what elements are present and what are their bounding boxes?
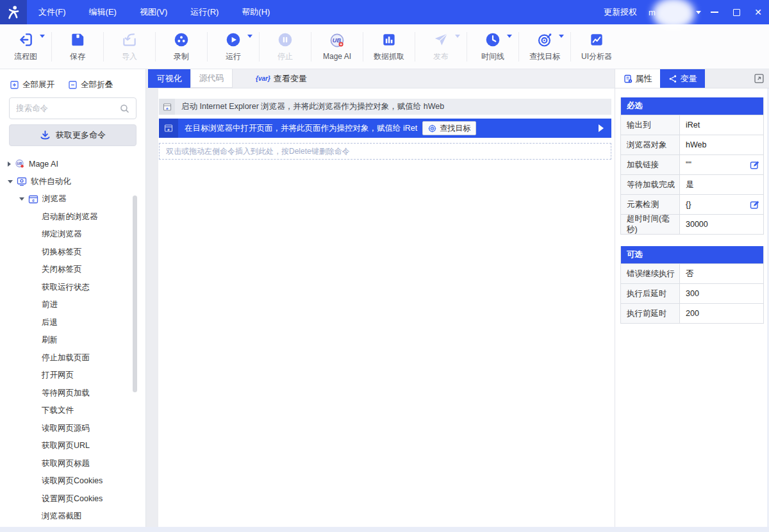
tree-item-read-cookies[interactable]: 读取网页Cookies	[0, 472, 145, 490]
toolbar-label: 流程图	[14, 51, 37, 62]
tab-visual[interactable]: 可视化	[148, 69, 190, 88]
toolbar-find-target-button[interactable]: 查找目标	[519, 27, 570, 67]
toolbar-record-button[interactable]: 录制	[156, 27, 207, 67]
expand-all-label: 全部展开	[22, 79, 54, 90]
maximize-button[interactable]	[725, 0, 747, 24]
toolbar-ui-analyzer-button[interactable]: UI分析器	[571, 27, 622, 67]
property-label: 浏览器对象	[621, 135, 680, 154]
property-value-field[interactable]: 200	[680, 304, 763, 323]
close-button[interactable]: ✕	[747, 0, 769, 24]
chevron-down-icon[interactable]	[507, 35, 512, 38]
tree-item-close-tab[interactable]: 关闭标签页	[0, 261, 145, 279]
edit-icon[interactable]	[750, 160, 759, 170]
property-value-field[interactable]: 300	[680, 284, 763, 303]
tree-item-wait-page-load[interactable]: 等待网页加载	[0, 385, 145, 403]
view-variables-button[interactable]: {var} 查看变量	[256, 69, 307, 88]
popout-button[interactable]	[754, 74, 764, 83]
property-value-field[interactable]: iRet	[680, 115, 763, 135]
property-value: iRet	[686, 121, 700, 129]
user-account-menu[interactable]: m	[649, 0, 704, 24]
software-automation-icon	[17, 176, 27, 187]
toolbar-flowchart-button[interactable]: 流程图	[0, 27, 51, 67]
tree-item-open-webpage[interactable]: 打开网页	[0, 367, 145, 385]
command-search-box	[9, 97, 136, 119]
tree-item-get-page-title[interactable]: 获取网页标题	[0, 455, 145, 473]
tree-node-software-automation[interactable]: 软件自动化	[0, 173, 145, 191]
expand-all-button[interactable]: 全部展开	[10, 79, 54, 90]
property-label: 等待加载完成	[621, 175, 680, 194]
edit-icon[interactable]	[750, 200, 759, 210]
menu-help[interactable]: 帮助(H)	[230, 0, 281, 24]
command-row-launch-ie[interactable]: e 启动 Internet Explorer 浏览器，并将此浏览器作为操控对象，…	[159, 99, 611, 115]
browser-icon: e	[163, 123, 174, 133]
tree-item-read-page-source[interactable]: 读取网页源码	[0, 420, 145, 438]
plus-square-icon	[10, 81, 19, 89]
property-value-field[interactable]: 30000	[680, 215, 763, 234]
toolbar-mage-ai-button[interactable]: UB Mage AI	[311, 27, 363, 67]
chevron-down-icon[interactable]	[455, 35, 460, 38]
toolbar-timeline-button[interactable]: 时间线	[467, 27, 518, 67]
close-icon: ✕	[754, 7, 762, 17]
property-row-wait-load: 等待加载完成 是	[621, 174, 763, 194]
toolbar-run-button[interactable]: 运行	[208, 27, 259, 67]
property-value-field[interactable]: {}	[680, 195, 763, 214]
get-more-commands-button[interactable]: 获取更多命令	[9, 124, 136, 146]
toolbar-import-button[interactable]: 导入	[104, 27, 155, 67]
tree-item-download-file[interactable]: 下载文件	[0, 402, 145, 420]
tree-node-label: Mage AI	[29, 160, 58, 169]
play-icon[interactable]	[599, 124, 604, 132]
tree-node-mage-ai[interactable]: UB Mage AI	[0, 155, 145, 173]
chevron-down-icon[interactable]	[8, 180, 13, 183]
tree-item-get-run-status[interactable]: 获取运行状态	[0, 279, 145, 297]
search-icon[interactable]	[120, 104, 129, 113]
tab-variables[interactable]: 变量	[660, 69, 705, 88]
menu-run[interactable]: 运行(R)	[179, 0, 230, 24]
toolbar-save-button[interactable]: 保存	[52, 27, 103, 67]
chevron-down-icon[interactable]	[19, 197, 24, 201]
tree-item-switch-tab[interactable]: 切换标签页	[0, 244, 145, 262]
tree-item-stop-loading[interactable]: 停止加载页面	[0, 349, 145, 367]
download-icon	[40, 130, 51, 141]
chevron-down-icon[interactable]	[247, 35, 252, 38]
view-variables-label: 查看变量	[274, 73, 307, 85]
menu-file[interactable]: 文件(F)	[27, 0, 78, 24]
tree-item-launch-new-browser[interactable]: 启动新的浏览器	[0, 208, 145, 226]
property-value-field[interactable]: 否	[680, 264, 763, 283]
toolbar-publish-button[interactable]: 发布	[415, 27, 467, 67]
tree-node-browser[interactable]: e 浏览器	[0, 190, 145, 208]
command-row-open-page-selected[interactable]: e 在目标浏览器中打开页面，并将此页面作为操控对象，赋值给 iRet 查找目标	[159, 119, 611, 138]
get-more-commands-label: 获取更多命令	[56, 129, 106, 141]
toolbar-label: 停止	[277, 51, 293, 62]
toolbar-stop-button[interactable]: 停止	[260, 27, 311, 67]
update-license-link[interactable]: 更新授权	[604, 6, 637, 18]
tree-item-set-cookies[interactable]: 设置网页Cookies	[0, 490, 145, 508]
tree-item-browser-screenshot[interactable]: 浏览器截图	[0, 508, 145, 526]
search-input[interactable]	[16, 104, 120, 113]
tree-item-forward[interactable]: 前进	[0, 296, 145, 314]
chevron-right-icon[interactable]	[8, 162, 11, 167]
command-text: 在目标浏览器中打开页面，并将此页面作为操控对象，赋值给 iRet	[178, 123, 417, 134]
flow-canvas[interactable]: e 启动 Internet Explorer 浏览器，并将此浏览器作为操控对象，…	[146, 88, 615, 527]
minimize-button[interactable]	[704, 0, 725, 24]
collapse-all-button[interactable]: 全部折叠	[69, 79, 113, 90]
drop-placeholder[interactable]: 双击或拖动左侧命令插入到此处，按Delete键删除命令	[159, 143, 611, 160]
tree-item-get-page-url[interactable]: 获取网页URL	[0, 437, 145, 455]
chevron-down-icon[interactable]	[40, 35, 45, 38]
property-value-field[interactable]: ""	[680, 155, 763, 174]
tab-properties[interactable]: 属性	[615, 69, 660, 88]
tree-item-refresh[interactable]: 刷新	[0, 331, 145, 349]
sidebar-scrollbar[interactable]	[133, 195, 137, 392]
property-value-field[interactable]: 是	[680, 175, 763, 194]
tree-item-back[interactable]: 后退	[0, 314, 145, 332]
menu-edit[interactable]: 编辑(E)	[78, 0, 128, 24]
chevron-down-icon[interactable]	[559, 35, 564, 38]
tab-source[interactable]: 源代码	[190, 69, 233, 88]
property-value-field[interactable]: hWeb	[680, 135, 763, 154]
properties-icon	[624, 74, 633, 83]
find-target-button[interactable]: 查找目标	[422, 121, 476, 135]
toolbar-label: 数据抓取	[374, 51, 404, 62]
property-inspector: 属性 变量 必选	[615, 69, 769, 527]
menu-view[interactable]: 视图(V)	[128, 0, 179, 24]
toolbar-data-scrape-button[interactable]: 数据抓取	[363, 27, 415, 67]
tree-item-bind-browser[interactable]: 绑定浏览器	[0, 226, 145, 244]
